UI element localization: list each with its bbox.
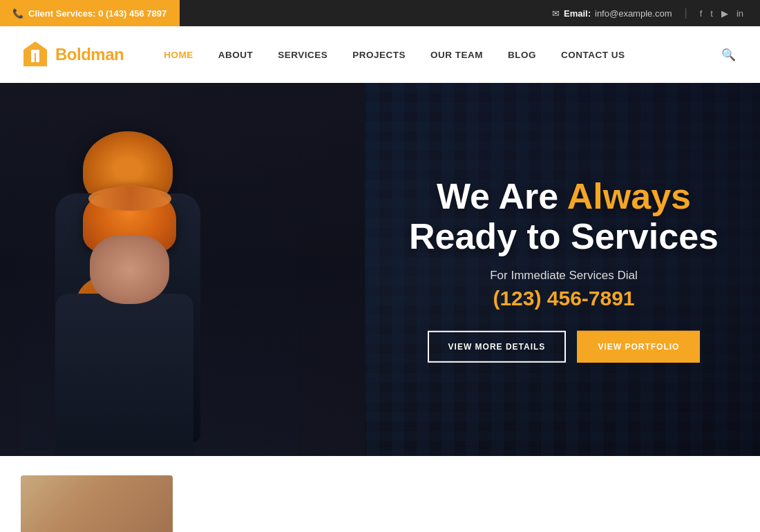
hero-goggles: [88, 187, 171, 211]
nav-blog[interactable]: BLOG: [495, 50, 549, 60]
below-card-1-image: [21, 475, 173, 532]
social-links: f t ▶ in: [700, 8, 743, 19]
phone-icon: 📞: [12, 8, 23, 19]
top-bar-email: ✉ Email: info@example.com: [552, 8, 672, 19]
nav-projects[interactable]: PROJECTS: [340, 50, 418, 60]
hero-face: [90, 235, 169, 304]
below-card-1: [21, 475, 173, 532]
hero-body: [55, 294, 193, 456]
nav-services[interactable]: SERVICES: [265, 50, 340, 60]
client-services-label: Client Services: 0 (143) 456 7897: [28, 8, 167, 19]
hero-title-part1: We Are: [437, 176, 567, 216]
linkedin-link[interactable]: in: [737, 8, 743, 19]
hero-buttons: VIEW MORE DETAILS VIEW PORTFOLIO: [409, 331, 719, 363]
hero-title-highlight: Always: [567, 176, 691, 216]
main-nav: HOME ABOUT SERVICES PROJECTS OUR TEAM BL…: [151, 50, 718, 60]
search-button[interactable]: 🔍: [718, 44, 739, 66]
logo-text: Boldman: [55, 45, 124, 64]
svg-rect-1: [31, 53, 35, 62]
twitter-link[interactable]: t: [710, 8, 713, 19]
nav-contact-us[interactable]: CONTACT US: [549, 50, 638, 60]
facebook-link[interactable]: f: [700, 8, 703, 19]
logo[interactable]: Boldman: [21, 40, 124, 69]
nav-our-team[interactable]: OUR TEAM: [418, 50, 495, 60]
search-icon: 🔍: [721, 48, 736, 61]
below-hero-section: [0, 456, 760, 532]
hero-subtitle: For Immediate Services Dial: [409, 269, 719, 283]
svg-rect-3: [31, 50, 39, 53]
hero-content: We Are Always Ready to Services For Imme…: [409, 176, 719, 363]
nav-about[interactable]: ABOUT: [206, 50, 266, 60]
hero-section: We Are Always Ready to Services For Imme…: [0, 83, 760, 456]
email-label: Email:: [564, 8, 591, 19]
svg-rect-2: [36, 53, 39, 62]
top-bar: 📞 Client Services: 0 (143) 456 7897 ✉ Em…: [0, 0, 760, 26]
svg-marker-0: [23, 41, 47, 66]
site-header: Boldman HOME ABOUT SERVICES PROJECTS OUR…: [0, 26, 760, 83]
top-bar-left: 📞 Client Services: 0 (143) 456 7897: [0, 0, 180, 26]
email-value: info@example.com: [595, 8, 672, 19]
hero-phone: (123) 456-7891: [409, 287, 719, 310]
logo-icon: [21, 40, 50, 69]
hero-title-part2: Ready to Services: [409, 216, 719, 256]
view-portfolio-button[interactable]: VIEW PORTFOLIO: [577, 331, 700, 363]
nav-home[interactable]: HOME: [151, 50, 206, 60]
youtube-link[interactable]: ▶: [721, 8, 728, 19]
email-icon: ✉: [552, 8, 560, 19]
hero-title: We Are Always Ready to Services: [409, 176, 719, 256]
social-divider: |: [684, 7, 687, 19]
top-bar-right: ✉ Email: info@example.com | f t ▶ in: [180, 7, 760, 19]
view-more-details-button[interactable]: VIEW MORE DETAILS: [428, 331, 567, 363]
